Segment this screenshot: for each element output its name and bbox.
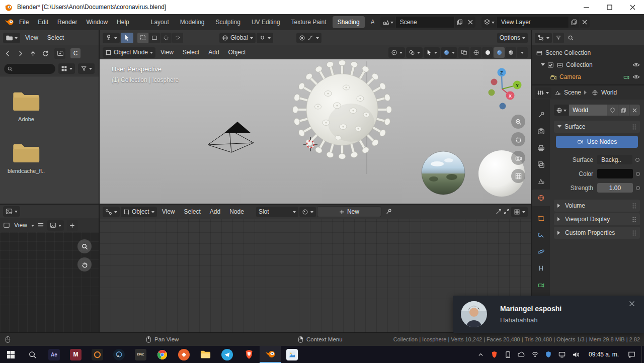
world-name-field[interactable]: World — [569, 105, 607, 116]
shading-options-chevron[interactable] — [517, 47, 528, 58]
expand-icon[interactable] — [541, 63, 545, 68]
outliner-search-icon[interactable] — [565, 33, 576, 43]
start-button[interactable] — [0, 346, 22, 363]
tray-phone-icon[interactable] — [502, 346, 514, 363]
tray-volume-icon[interactable] — [570, 346, 582, 363]
eye-icon[interactable] — [632, 74, 640, 80]
select-lasso-button[interactable] — [172, 33, 183, 43]
viewport-canvas[interactable]: User Perspective (1) Collection | Icosph… — [100, 59, 531, 204]
taskbar-app-epic-games[interactable]: EPIC — [130, 346, 151, 363]
taskbar-app-file-explorer[interactable] — [195, 346, 216, 363]
axis-neg-x-ball[interactable] — [491, 79, 498, 85]
viewport-menu-view[interactable]: View — [156, 49, 178, 56]
remove-view-layer-button[interactable] — [580, 17, 590, 28]
show-desktop-button[interactable] — [641, 346, 644, 363]
new-view-layer-button[interactable] — [569, 17, 579, 28]
axis-neg-z-ball[interactable] — [500, 103, 506, 110]
taskbar-app-3[interactable] — [87, 346, 108, 363]
scene-name-field[interactable]: Scene — [396, 17, 454, 28]
file-browser-menu-view[interactable]: View — [21, 34, 42, 41]
back-icon[interactable] — [4, 50, 12, 57]
viewport-menu-add[interactable]: Add — [204, 49, 223, 56]
hdri-preview-sphere[interactable] — [422, 151, 465, 195]
shading-material-button[interactable] — [494, 47, 505, 58]
viewport-overlays-dropdown[interactable] — [406, 47, 423, 58]
image-editor-menu-view[interactable]: View — [13, 222, 28, 229]
fit-view-icon[interactable] — [495, 208, 502, 215]
menu-window[interactable]: Window — [82, 14, 112, 30]
use-nodes-button[interactable]: Use Nodes — [556, 136, 638, 148]
zoom-icon[interactable] — [77, 239, 92, 253]
checkbox-icon[interactable] — [547, 62, 554, 68]
new-material-button[interactable]: New — [317, 206, 381, 217]
viewport-snap-dropdown[interactable] — [424, 47, 440, 58]
viewport-zoom-icon[interactable] — [511, 115, 525, 129]
messenger-notification[interactable]: Mariangel esposhi Hahahahhah — [453, 296, 644, 333]
tray-brave-icon[interactable] — [489, 346, 500, 363]
tray-cloud-icon[interactable] — [516, 346, 527, 363]
menu-file[interactable]: File — [15, 14, 33, 30]
blender-logo-icon[interactable] — [4, 18, 15, 26]
new-directory-icon[interactable] — [54, 48, 65, 59]
editor-type-outliner[interactable] — [535, 33, 552, 43]
maximize-button[interactable] — [598, 0, 621, 14]
shader-menu-select[interactable]: Select — [180, 208, 204, 215]
properties-tab-object[interactable] — [532, 210, 550, 227]
editor-type-shader[interactable] — [103, 207, 120, 217]
animate-dot-icon[interactable] — [636, 172, 640, 176]
viewport-menu-select[interactable]: Select — [179, 49, 203, 56]
taskbar-app-chrome[interactable] — [151, 346, 173, 363]
properties-tab-render[interactable] — [532, 123, 550, 140]
taskbar-app-photos[interactable] — [281, 346, 303, 363]
viewport-ortho-grid-icon[interactable] — [511, 169, 525, 183]
image-datablock-dropdown[interactable] — [47, 220, 64, 231]
outliner-filter-icon[interactable] — [553, 33, 564, 43]
pan-hand-icon[interactable] — [77, 257, 92, 271]
xray-toggle[interactable] — [458, 47, 469, 58]
mode-dropdown[interactable]: Object Mode — [103, 47, 155, 58]
new-image-button[interactable] — [67, 220, 78, 231]
tray-security-shield-icon[interactable] — [543, 346, 554, 363]
taskbar-app-after-effects[interactable]: Ae — [43, 346, 65, 363]
taskbar-app-4[interactable] — [108, 346, 130, 363]
transform-orientation-dropdown[interactable]: Global — [219, 33, 256, 43]
shading-wireframe-button[interactable] — [470, 47, 481, 58]
shader-type-dropdown[interactable]: Object — [121, 207, 157, 217]
tab-shading[interactable]: Shading — [333, 16, 365, 28]
properties-tab-physics[interactable] — [532, 243, 550, 260]
active-tool-select-button[interactable] — [121, 33, 133, 43]
section-surface[interactable]: Surface — [554, 121, 640, 133]
snap-grid-dropdown[interactable] — [511, 207, 528, 217]
navigation-gizmo[interactable]: Z Y X — [479, 66, 525, 112]
menu-help[interactable]: Help — [112, 14, 134, 30]
taskbar-clock[interactable]: 09:45 a. m. — [584, 351, 624, 358]
link-nodes-icon[interactable] — [503, 208, 510, 215]
folder-item-adobe[interactable]: Adobe — [0, 89, 52, 122]
drag-dots-icon[interactable] — [632, 124, 636, 130]
section-viewport-display[interactable]: Viewport Display — [554, 213, 640, 225]
file-search-input[interactable] — [4, 64, 55, 74]
view-layer-name-field[interactable]: View Layer — [497, 17, 569, 28]
shading-preview-dropdown[interactable] — [441, 47, 457, 58]
viewport-gizmos-dropdown[interactable] — [388, 47, 405, 58]
properties-tab-view-layer[interactable] — [532, 156, 550, 173]
menu-hamburger-icon[interactable] — [37, 222, 44, 228]
editor-type-image[interactable] — [3, 206, 20, 217]
view-layer-browse-button[interactable] — [481, 17, 497, 28]
camera-object[interactable] — [208, 122, 254, 152]
refresh-icon[interactable] — [42, 50, 49, 57]
tab-animation[interactable]: Animation — [366, 16, 374, 28]
new-scene-button[interactable] — [455, 17, 465, 28]
tab-layout[interactable]: Layout — [146, 16, 174, 28]
create-directory-button[interactable]: C — [70, 48, 80, 58]
tool-chooser-dropdown[interactable] — [103, 33, 120, 43]
taskbar-search-button[interactable] — [22, 346, 43, 363]
tray-expand-icon[interactable] — [475, 346, 487, 363]
taskbar-app-telegram[interactable] — [216, 346, 238, 363]
menu-edit[interactable]: Edit — [33, 14, 53, 30]
image-editor-canvas[interactable] — [0, 232, 99, 332]
file-brow ser-menu-select[interactable]: Select — [43, 34, 68, 41]
color-swatch[interactable] — [597, 169, 633, 178]
outliner-row-camera[interactable]: Camera — [534, 71, 642, 83]
taskbar-app-blender[interactable] — [260, 346, 281, 363]
